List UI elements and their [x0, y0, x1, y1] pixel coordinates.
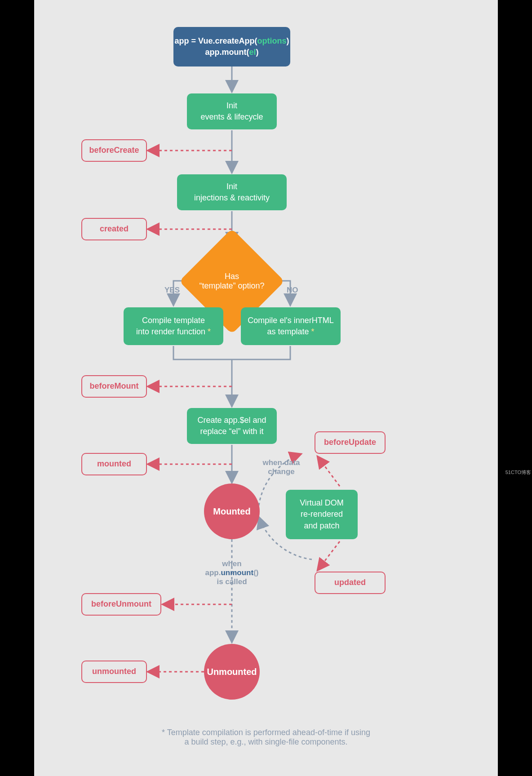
unmounted-state: Unmounted: [204, 644, 260, 700]
hook-updated: updated: [315, 572, 386, 594]
code-text: app = Vue.: [175, 36, 215, 45]
watermark: 51CTO博客: [505, 469, 531, 476]
hook-mounted: mounted: [81, 453, 147, 475]
hook-unmounted: unmounted: [81, 661, 147, 683]
hook-beforeunmount: beforeUnmount: [81, 593, 161, 616]
when-unmount-label: when app.unmount() is called: [196, 559, 268, 586]
virtual-dom-box: Virtual DOM re-rendered and patch: [286, 490, 358, 539]
create-app-box: app = Vue.createApp(options) app.mount(e…: [173, 27, 290, 67]
no-label: NO: [287, 286, 298, 295]
hook-beforeupdate: beforeUpdate: [315, 431, 386, 454]
hook-beforemount: beforeMount: [81, 375, 147, 398]
init-injections-box: Init injections & reactivity: [177, 174, 287, 210]
create-el-box: Create app.$el and replace “el” with it: [187, 408, 277, 444]
mounted-state: Mounted: [204, 483, 260, 539]
when-data-change-label: when data change: [257, 458, 306, 476]
compile-innerhtml-box: Compile el's innerHTML as template *: [241, 307, 341, 345]
yes-label: YES: [164, 286, 180, 295]
hook-created: created: [81, 218, 147, 240]
init-events-box: Init events & lifecycle: [187, 93, 277, 129]
hook-beforecreate: beforeCreate: [81, 139, 147, 162]
template-decision-text: Has “template” option?: [187, 272, 277, 291]
compile-template-box: Compile template into render function *: [124, 307, 223, 345]
footnote: * Template compilation is performed ahea…: [34, 728, 498, 747]
diagram-canvas: app = Vue.createApp(options) app.mount(e…: [34, 0, 498, 776]
